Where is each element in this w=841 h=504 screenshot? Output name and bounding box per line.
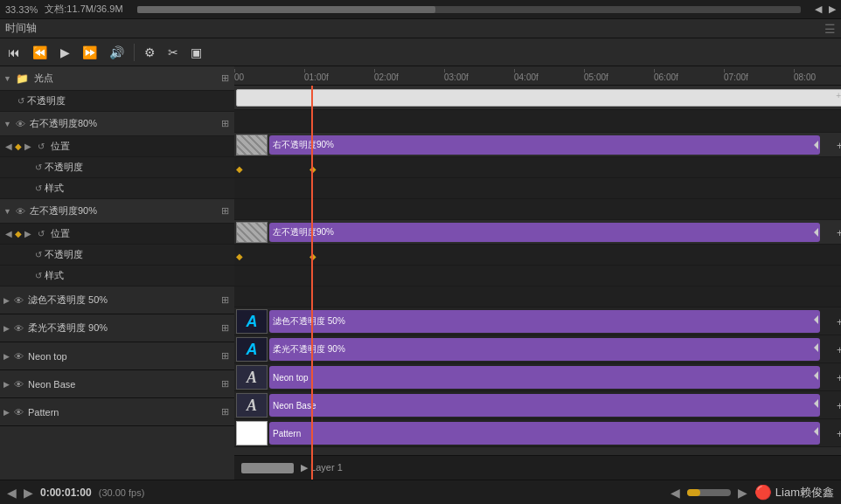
thumb-pattern: [236, 421, 268, 445]
expand-icon[interactable]: ▶: [3, 408, 10, 417]
diamond-left: ◆: [236, 252, 243, 261]
plus-soft[interactable]: +: [837, 344, 841, 356]
prop-style-left: ↺ 样式: [0, 266, 234, 287]
layer-options-icon[interactable]: ⊞: [219, 350, 231, 362]
track-neon-base: A Neon Base +: [234, 391, 841, 419]
layer-soft-opacity[interactable]: ▶ 👁 柔光不透明度 90% ⊞: [0, 314, 234, 342]
diamond-right: ◆: [309, 252, 316, 261]
layer-name: Pattern: [28, 407, 217, 418]
reset-icon[interactable]: ↺: [35, 250, 42, 259]
reset-icon[interactable]: ↺: [17, 96, 24, 106]
clip-filter-opacity[interactable]: 滤色不透明度 50%: [269, 310, 820, 333]
layer-filter-opacity[interactable]: ▶ 👁 滤色不透明度 50% ⊞: [0, 287, 234, 314]
thumb-letter: A: [247, 341, 258, 359]
expand-icon[interactable]: ▶: [3, 296, 10, 305]
prop-name: 位置: [47, 140, 231, 153]
reset-icon[interactable]: ↺: [35, 183, 42, 193]
crop-button[interactable]: ▣: [186, 42, 206, 63]
layer-visible-icon[interactable]: 👁: [16, 119, 25, 129]
clip-flag: [814, 141, 818, 149]
expand-icon[interactable]: ▼: [3, 207, 11, 216]
scrub-bar[interactable]: [687, 489, 731, 496]
layer-right-opacity[interactable]: ▼ 👁 右不透明度80% ⊞: [0, 112, 234, 136]
kf-right-arrow[interactable]: ▶: [24, 142, 31, 151]
next-frame-btn[interactable]: ▶: [24, 486, 33, 500]
plus-left-opacity[interactable]: +: [837, 227, 841, 239]
clip-neon-base[interactable]: Neon Base: [269, 394, 820, 417]
keyframe-diamond[interactable]: ◆: [15, 229, 22, 238]
reset-icon[interactable]: ↺: [38, 142, 45, 151]
clip-pattern[interactable]: Pattern: [269, 422, 820, 445]
layer-visible-icon[interactable]: 👁: [14, 323, 24, 334]
progress-bar: [137, 6, 801, 13]
plus-pattern[interactable]: +: [837, 428, 841, 440]
plus-filter[interactable]: +: [837, 316, 841, 328]
layer-options-icon[interactable]: ⊞: [219, 322, 231, 334]
settings-button[interactable]: ⚙: [140, 42, 160, 63]
layer-visible-icon[interactable]: 👁: [14, 351, 24, 362]
scrub-left-btn[interactable]: ◀: [671, 486, 680, 500]
expand-icon[interactable]: ▶: [3, 324, 10, 333]
step-forward-button[interactable]: ⏩: [78, 42, 101, 63]
prev-frame-btn[interactable]: ◀: [7, 486, 17, 500]
kf-left-arrow[interactable]: ◀: [5, 142, 12, 151]
clip-soft-opacity[interactable]: 柔光不透明度 90%: [269, 338, 820, 361]
kf-left-arrow[interactable]: ◀: [5, 229, 12, 238]
layer-neon-base[interactable]: ▶ 👁 Neon Base ⊞: [0, 370, 234, 398]
clip-flag: [814, 228, 818, 237]
nav-right[interactable]: ▶: [829, 3, 836, 15]
layer-left-opacity[interactable]: ▼ 👁 左不透明度90% ⊞: [0, 199, 234, 224]
go-start-button[interactable]: ⏮: [3, 42, 24, 63]
nav-left[interactable]: ◀: [815, 3, 822, 15]
prop-name: 不透明度: [27, 94, 231, 107]
clip-flag: [814, 343, 818, 352]
layer-options-icon[interactable]: ⊞: [219, 205, 231, 217]
plus-neon-top[interactable]: +: [837, 372, 841, 384]
timeline-menu-icon[interactable]: ☰: [824, 22, 836, 36]
clip-left-opacity[interactable]: 左不透明度90%: [269, 223, 820, 242]
plus-guangdian[interactable]: +: [836, 91, 841, 100]
layer-options-icon[interactable]: ⊞: [219, 118, 231, 129]
prop-opacity-guangdian: ↺ 不透明度: [0, 91, 234, 112]
track-filter-opacity: A 滤色不透明度 50% +: [234, 307, 841, 335]
left-panel: ▼ 📁 光点 ⊞ ↺ 不透明度 ▼ 👁 右不透明度80% ⊞ ◀ ◆ ▶ ↺ 位…: [0, 66, 234, 480]
layer-guangdian[interactable]: ▼ 📁 光点 ⊞: [0, 66, 234, 91]
layer-options-icon[interactable]: ⊞: [219, 72, 231, 84]
cut-button[interactable]: ✂: [163, 42, 183, 63]
thumb-left-opacity: [236, 222, 268, 243]
step-back-button[interactable]: ⏪: [28, 42, 52, 63]
layer-options-icon[interactable]: ⊞: [219, 378, 231, 390]
reset-icon[interactable]: ↺: [38, 229, 45, 238]
kf-right-arrow[interactable]: ▶: [24, 229, 31, 238]
layer-name: Neon top: [28, 351, 217, 362]
layer-pattern[interactable]: ▶ 👁 Pattern ⊞: [0, 398, 234, 426]
play-button[interactable]: ▶: [55, 42, 74, 63]
layer-name: 柔光不透明度 90%: [28, 321, 217, 335]
plus-neon-base[interactable]: +: [837, 400, 841, 412]
expand-icon[interactable]: ▼: [3, 120, 11, 128]
track-left-opacity: 左不透明度90% +: [234, 220, 841, 245]
expand-icon[interactable]: ▼: [3, 74, 11, 83]
clip-flag: [814, 371, 818, 380]
clip-neon-top[interactable]: Neon top: [269, 366, 820, 389]
layer-options-icon[interactable]: ⊞: [219, 406, 231, 418]
prop-opacity-right: ↺ 不透明度: [0, 157, 234, 178]
layer-visible-icon[interactable]: 👁: [14, 295, 24, 306]
layer-scroll-thumb[interactable]: [241, 463, 294, 473]
plus-right-opacity[interactable]: +: [837, 140, 841, 152]
clip-right-opacity[interactable]: 右不透明度90%: [269, 135, 820, 155]
reset-icon[interactable]: ↺: [35, 271, 42, 280]
layer-visible-icon[interactable]: 👁: [14, 407, 24, 418]
layer-visible-icon[interactable]: 👁: [14, 379, 24, 390]
clip-guangdian[interactable]: [236, 89, 841, 107]
expand-icon[interactable]: ▶: [3, 380, 10, 389]
expand-icon[interactable]: ▶: [3, 352, 10, 361]
layer-options-icon[interactable]: ⊞: [219, 294, 231, 306]
keyframe-diamond[interactable]: ◆: [15, 142, 22, 151]
audio-button[interactable]: 🔊: [105, 42, 129, 63]
layer-visible-icon[interactable]: 👁: [16, 206, 25, 217]
layer-neon-top[interactable]: ▶ 👁 Neon top ⊞: [0, 342, 234, 370]
diamond-left: ◆: [236, 164, 243, 174]
scrub-right-btn[interactable]: ▶: [738, 486, 747, 500]
reset-icon[interactable]: ↺: [35, 162, 42, 172]
